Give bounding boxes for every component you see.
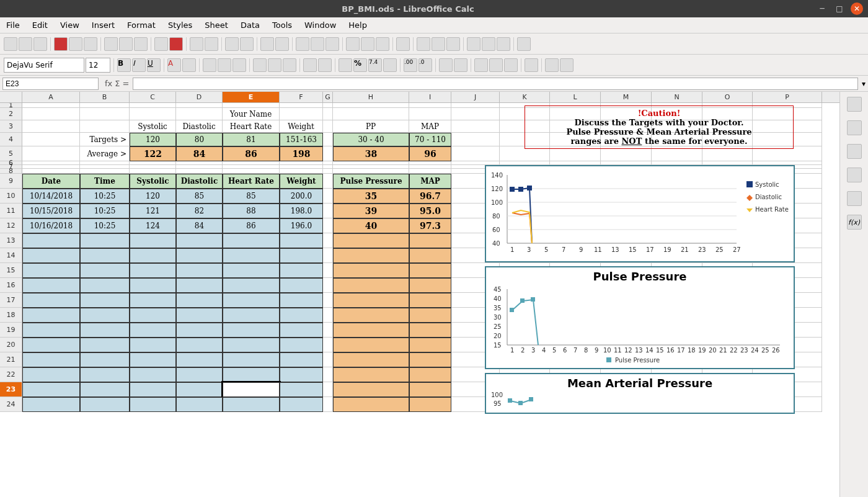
cell[interactable]: [451, 146, 500, 161]
number-icon[interactable]: 7.4: [368, 58, 382, 72]
cell[interactable]: [323, 146, 333, 161]
row-header[interactable]: 4: [0, 133, 22, 146]
cell[interactable]: [130, 103, 176, 108]
cell[interactable]: [409, 338, 451, 352]
print-icon[interactable]: [69, 37, 82, 51]
cell[interactable]: [333, 397, 409, 412]
cell[interactable]: 198.0: [280, 204, 323, 218]
menu-insert[interactable]: Insert: [92, 20, 115, 30]
cell[interactable]: [22, 382, 80, 397]
cell[interactable]: 82: [176, 204, 223, 218]
cell[interactable]: [280, 367, 323, 382]
menu-edit[interactable]: Edit: [32, 20, 48, 30]
cell[interactable]: [323, 133, 333, 146]
freeze-icon[interactable]: [467, 37, 480, 51]
cell[interactable]: [176, 397, 223, 412]
headers-icon[interactable]: [446, 37, 460, 51]
cell[interactable]: 84: [176, 146, 223, 161]
cell[interactable]: [223, 248, 280, 263]
cell[interactable]: 96.7: [409, 189, 451, 204]
font-color-icon[interactable]: A: [167, 58, 181, 72]
functions-icon[interactable]: f(x): [847, 215, 862, 230]
cell[interactable]: [409, 308, 451, 323]
cell[interactable]: [323, 204, 333, 218]
maximize-button[interactable]: □: [833, 2, 846, 15]
menu-file[interactable]: File: [6, 20, 20, 30]
cell[interactable]: Pulse Pressure: [333, 174, 409, 189]
cell[interactable]: [130, 293, 176, 308]
cell[interactable]: [280, 382, 323, 397]
cell[interactable]: [22, 169, 80, 174]
cell[interactable]: [323, 169, 333, 174]
cell[interactable]: 35: [333, 189, 409, 204]
cell[interactable]: [22, 293, 80, 308]
cell[interactable]: [323, 397, 333, 412]
cell[interactable]: [451, 103, 500, 108]
row-header[interactable]: 8: [0, 169, 22, 174]
cell[interactable]: [80, 367, 130, 382]
save-icon[interactable]: [33, 37, 47, 51]
cell[interactable]: [409, 293, 451, 308]
cell[interactable]: [409, 323, 451, 338]
cell[interactable]: MAP: [409, 174, 451, 189]
cell[interactable]: [80, 397, 130, 412]
cond-format2-icon[interactable]: [560, 58, 574, 72]
row-icon[interactable]: [260, 37, 274, 51]
cell[interactable]: 198: [280, 146, 323, 161]
cell[interactable]: [223, 397, 280, 412]
sort-asc-icon[interactable]: [296, 37, 309, 51]
cell[interactable]: [80, 338, 130, 352]
cell[interactable]: [451, 108, 500, 120]
cell[interactable]: [80, 323, 130, 338]
cell[interactable]: [176, 108, 223, 120]
cell[interactable]: [80, 308, 130, 323]
cell[interactable]: [333, 233, 409, 248]
pivot-icon[interactable]: [376, 37, 389, 51]
menu-tools[interactable]: Tools: [272, 20, 292, 30]
cell[interactable]: Diastolic: [176, 120, 223, 133]
cell[interactable]: 70 - 110: [409, 133, 451, 146]
cell[interactable]: Weight: [280, 174, 323, 189]
cell[interactable]: 122: [130, 146, 176, 161]
cell[interactable]: [80, 248, 130, 263]
cell[interactable]: [223, 338, 280, 352]
row-header[interactable]: 1: [0, 103, 22, 108]
row-header[interactable]: 22: [0, 367, 22, 382]
cell[interactable]: [323, 189, 333, 204]
cell[interactable]: [333, 278, 409, 293]
cell[interactable]: 85: [176, 189, 223, 204]
cell[interactable]: 96: [409, 146, 451, 161]
cell[interactable]: 30 - 40: [333, 133, 409, 146]
chart-pulse-pressure[interactable]: Pulse Pressure 45403530252015 1234567891…: [485, 266, 795, 369]
cell[interactable]: 80: [176, 133, 223, 146]
cell[interactable]: [130, 308, 176, 323]
cell[interactable]: [80, 120, 130, 133]
row-header[interactable]: 17: [0, 293, 22, 308]
cell[interactable]: [176, 248, 223, 263]
row-header[interactable]: 9: [0, 174, 22, 189]
split-icon[interactable]: [482, 37, 495, 51]
cell[interactable]: [176, 103, 223, 108]
cell[interactable]: [80, 169, 130, 174]
cell[interactable]: [323, 352, 333, 367]
cell[interactable]: [130, 367, 176, 382]
cell[interactable]: [280, 108, 323, 120]
cell[interactable]: [223, 367, 280, 382]
cell[interactable]: MAP: [409, 120, 451, 133]
cell[interactable]: [280, 293, 323, 308]
cell[interactable]: [323, 174, 333, 189]
cell[interactable]: Date: [22, 174, 80, 189]
copy-icon[interactable]: [119, 37, 133, 51]
row-header[interactable]: 19: [0, 323, 22, 338]
cell[interactable]: [80, 103, 130, 108]
find-icon[interactable]: [225, 37, 239, 51]
cell[interactable]: [280, 278, 323, 293]
cell[interactable]: [130, 382, 176, 397]
cell[interactable]: 95.0: [409, 204, 451, 218]
cell[interactable]: [323, 338, 333, 352]
bold-icon[interactable]: B: [117, 58, 131, 72]
row-header[interactable]: 18: [0, 308, 22, 323]
cell[interactable]: 85: [223, 189, 280, 204]
menu-help[interactable]: Help: [348, 20, 367, 30]
cell[interactable]: [333, 108, 409, 120]
